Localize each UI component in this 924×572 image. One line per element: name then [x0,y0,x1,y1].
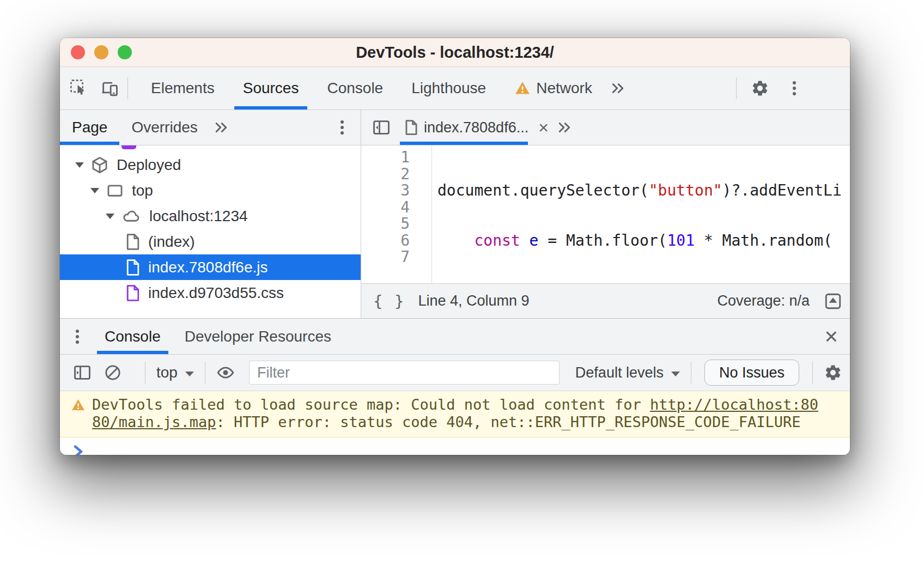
navigator-tab-page[interactable]: Page [60,110,119,145]
clipped-tree-item-fragment [121,145,136,149]
toolbar-separator [691,362,691,384]
console-settings-gear-icon[interactable] [824,363,842,382]
line-number[interactable]: 3 [361,182,431,199]
close-drawer-icon[interactable]: × [824,325,838,348]
drawer-tab-console[interactable]: Console [93,319,173,354]
eject-icon[interactable] [824,292,842,311]
editor-tab-label: index.7808df6... [424,119,528,136]
line-number[interactable]: 5 [361,216,431,233]
line-number[interactable]: 2 [361,166,431,183]
line-number[interactable]: 1 [361,149,431,166]
more-navigator-tabs-icon[interactable] [213,119,229,136]
tree-item-index-css[interactable]: index.d9703d55.css [60,280,361,306]
code-line[interactable]: document.querySelector("button")?.addEve… [437,182,850,199]
file-css-icon [125,284,141,302]
execution-context-selector[interactable]: top [156,364,194,381]
file-icon [125,258,141,277]
console-warning-message: DevTools failed to load source map: Coul… [60,391,850,437]
code-editor[interactable]: 1 2 3 4 5 6 7 document.querySelector("bu… [361,145,850,283]
tree-item-index[interactable]: (index) [60,229,361,254]
devtools-window: DevTools - localhost:1234/ Elements Sour… [60,38,850,455]
clear-console-icon[interactable] [104,363,122,382]
more-editor-tabs-icon[interactable] [556,119,573,136]
tree-item-index-js-selected[interactable]: index.7808df6e.js [60,254,361,280]
collapse-arrow-icon[interactable] [106,214,114,219]
source-editor: index.7808df6... × 1 2 3 4 5 6 7 [361,110,850,318]
warning-icon [514,81,531,96]
console-prompt[interactable] [60,437,850,455]
devtools-main-toolbar: Elements Sources Console Lighthouse Netw… [60,67,850,110]
tab-elements[interactable]: Elements [137,67,229,109]
log-level-selector[interactable]: Default levels [575,364,680,381]
sources-navigator: Page Overrides Deployed [60,110,361,318]
toggle-device-toolbar-icon[interactable] [100,79,119,98]
warning-text: DevTools failed to load source map: Coul… [92,396,822,431]
console-filter-input[interactable] [249,361,560,385]
collapse-arrow-icon[interactable] [90,188,99,193]
inspect-element-icon[interactable] [70,79,88,98]
more-tabs-icon[interactable] [610,80,626,96]
file-icon [125,233,141,251]
warning-icon [71,398,86,412]
toolbar-separator [127,77,128,99]
settings-gear-icon[interactable] [751,79,769,98]
drawer-tab-developer-resources[interactable]: Developer Resources [173,319,343,354]
navigator-tab-overrides[interactable]: Overrides [119,110,209,145]
editor-tabbar: index.7808df6... × [361,110,850,145]
code-line[interactable]: const e = Math.floor(101 * Math.random( [437,233,850,250]
drawer-more-tools-icon[interactable] [75,330,80,344]
toolbar-right-tools [736,77,850,99]
line-number[interactable]: 6 [361,233,431,250]
toolbar-separator [812,362,813,384]
line-number[interactable]: 7 [361,249,431,266]
tree-item-localhost[interactable]: localhost:1234 [60,203,361,229]
tab-console[interactable]: Console [313,67,397,109]
chevron-down-icon [671,372,680,376]
drawer: Console Developer Resources × top [60,318,850,455]
toggle-navigator-sidebar-icon[interactable] [372,118,391,137]
cube-icon [90,156,109,174]
tab-sources[interactable]: Sources [229,67,313,109]
create-live-expression-eye-icon[interactable] [216,363,235,382]
navigator-tabbar: Page Overrides [60,110,361,145]
toolbar-separator [145,362,145,384]
coverage-status: Coverage: n/a [717,293,810,309]
navigator-more-options-icon[interactable] [340,120,344,135]
console-toolbar: top Default levels No Issues [60,355,850,391]
chevron-down-icon [185,372,194,376]
tree-item-deployed[interactable]: Deployed [60,152,361,178]
code-lines[interactable]: document.querySelector("button")?.addEve… [432,145,850,283]
file-tree: Deployed top localhost:1234 [60,145,361,318]
file-icon [404,119,418,136]
close-tab-icon[interactable]: × [538,119,549,136]
tree-item-top[interactable]: top [60,178,361,203]
window-titlebar: DevTools - localhost:1234/ [60,38,850,67]
window-title: DevTools - localhost:1234/ [60,44,850,62]
customize-devtools-menu-icon[interactable] [792,81,797,95]
pretty-print-icon[interactable]: { } [373,292,405,311]
line-number-gutter[interactable]: 1 2 3 4 5 6 7 [361,145,432,283]
collapse-arrow-icon[interactable] [75,162,84,168]
sources-panel: Page Overrides Deployed [60,110,850,318]
cloud-icon [121,207,142,226]
editor-tab-index-js[interactable]: index.7808df6... × [400,110,553,145]
console-prompt-chevron-icon [73,444,84,455]
cursor-position: Line 4, Column 9 [418,293,529,309]
frame-icon [106,181,124,200]
toolbar-separator [736,77,737,99]
tab-lighthouse[interactable]: Lighthouse [397,67,500,109]
line-number[interactable]: 4 [361,199,431,216]
editor-statusbar: { } Line 4, Column 9 Coverage: n/a [361,283,850,318]
drawer-tabbar: Console Developer Resources × [60,319,850,355]
tab-network[interactable]: Network [500,67,606,109]
toolbar-separator [205,362,205,384]
issues-counter-button[interactable]: No Issues [704,360,799,386]
toggle-console-sidebar-icon[interactable] [73,363,92,382]
